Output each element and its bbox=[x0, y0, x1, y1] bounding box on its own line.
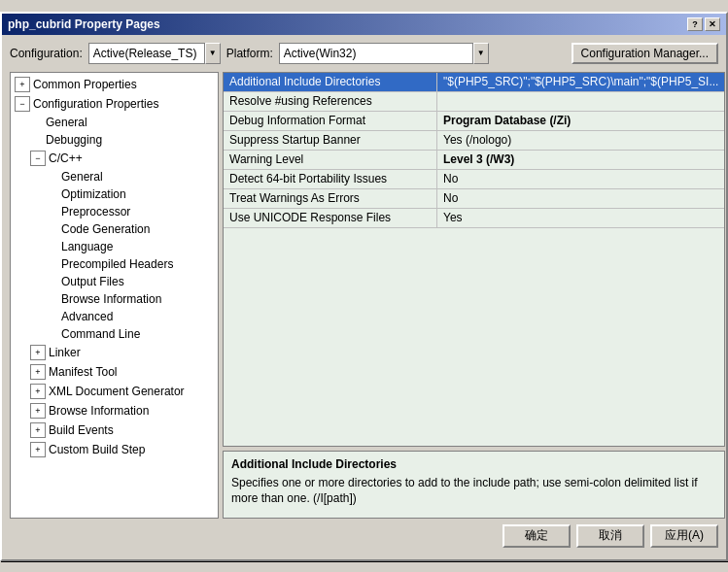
help-button[interactable]: ? bbox=[687, 17, 703, 31]
platform-value: Active(Win32) bbox=[279, 43, 473, 64]
expand-icon-manifest-tool[interactable]: + bbox=[30, 364, 46, 380]
prop-name-7: Use UNICODE Response Files bbox=[224, 209, 437, 227]
prop-row-7[interactable]: Use UNICODE Response Files Yes bbox=[224, 209, 724, 228]
cancel-button[interactable]: 取消 bbox=[576, 524, 644, 548]
tree-item-precomp-headers[interactable]: Precompiled Headers bbox=[11, 255, 218, 273]
config-manager-button[interactable]: Configuration Manager... bbox=[572, 43, 718, 64]
properties-table: Additional Include Directories "$(PHP5_S… bbox=[223, 72, 725, 447]
prop-value-4: Level 3 (/W3) bbox=[437, 151, 724, 169]
configuration-dropdown-arrow[interactable]: ▼ bbox=[205, 43, 221, 64]
configuration-label: Configuration: bbox=[10, 47, 83, 60]
expand-icon-common-props[interactable]: + bbox=[15, 77, 30, 92]
tree-label-precomp-headers: Precompiled Headers bbox=[61, 257, 173, 271]
tree-label-debugging: Debugging bbox=[46, 133, 102, 147]
configuration-value: Active(Release_TS) bbox=[88, 43, 205, 64]
right-panel: Additional Include Directories "$(PHP5_S… bbox=[223, 72, 725, 519]
tree-item-advanced[interactable]: Advanced bbox=[11, 308, 218, 325]
tree-label-preprocessor: Preprocessor bbox=[61, 205, 130, 219]
tree-label-output-files: Output Files bbox=[61, 275, 124, 288]
info-title: Additional Include Directories bbox=[231, 457, 716, 471]
tree-item-manifest-tool[interactable]: + Manifest Tool bbox=[11, 362, 218, 382]
prop-value-6: No bbox=[437, 189, 724, 208]
platform-dropdown-arrow[interactable]: ▼ bbox=[473, 43, 489, 64]
tree-label-config-props: Configuration Properties bbox=[33, 97, 158, 111]
tree-item-linker[interactable]: + Linker bbox=[11, 343, 218, 362]
prop-name-1: Resolve #using References bbox=[224, 92, 437, 111]
title-bar: php_cubrid Property Pages ? ✕ bbox=[2, 14, 726, 35]
prop-value-1 bbox=[437, 92, 724, 111]
tree-item-common-props[interactable]: + Common Properties bbox=[11, 75, 218, 94]
platform-label: Platform: bbox=[226, 47, 273, 60]
prop-name-2: Debug Information Format bbox=[224, 112, 437, 130]
tree-item-custom-build[interactable]: + Custom Build Step bbox=[11, 440, 218, 459]
tree-label-xml-doc-gen: XML Document Generator bbox=[49, 385, 185, 398]
tree-label-browse-info: Browse Information bbox=[49, 404, 149, 418]
tree-label-build-events: Build Events bbox=[49, 423, 114, 437]
prop-row-2[interactable]: Debug Information Format Program Databas… bbox=[224, 112, 724, 131]
tree-item-code-gen[interactable]: Code Generation bbox=[11, 220, 218, 238]
expand-icon-linker[interactable]: + bbox=[30, 345, 46, 360]
tree-item-debugging[interactable]: Debugging bbox=[11, 131, 218, 149]
tree-item-config-props[interactable]: − Configuration Properties bbox=[11, 94, 218, 114]
tree-item-xml-doc-gen[interactable]: + XML Document Generator bbox=[11, 382, 218, 401]
tree-item-general[interactable]: General bbox=[11, 114, 218, 131]
configuration-dropdown[interactable]: Active(Release_TS) ▼ bbox=[88, 43, 221, 64]
prop-row-1[interactable]: Resolve #using References bbox=[224, 92, 724, 112]
expand-icon-xml-doc-gen[interactable]: + bbox=[30, 384, 46, 399]
tree-item-command-line[interactable]: Command Line bbox=[11, 325, 218, 343]
tree-label-cpp: C/C++ bbox=[49, 151, 83, 165]
title-bar-buttons: ? ✕ bbox=[687, 17, 720, 31]
info-panel: Additional Include Directories Specifies… bbox=[223, 451, 725, 519]
prop-name-0: Additional Include Directories bbox=[224, 73, 437, 91]
ok-button[interactable]: 确定 bbox=[503, 524, 571, 548]
expand-icon-build-events[interactable]: + bbox=[30, 422, 46, 438]
expand-icon-custom-build[interactable]: + bbox=[30, 442, 46, 457]
tree-item-language[interactable]: Language bbox=[11, 238, 218, 255]
prop-value-0: "$(PHP5_SRC)";"$(PHP5_SRC)\main";"$(PHP5… bbox=[437, 73, 724, 91]
tree-label-manifest-tool: Manifest Tool bbox=[49, 365, 117, 379]
tree-item-browse-info[interactable]: + Browse Information bbox=[11, 401, 218, 421]
tree-label-common-props: Common Properties bbox=[33, 78, 137, 91]
prop-name-6: Treat Warnings As Errors bbox=[224, 189, 437, 208]
prop-value-7: Yes bbox=[437, 209, 724, 227]
tree-item-build-events[interactable]: + Build Events bbox=[11, 421, 218, 440]
prop-row-4[interactable]: Warning Level Level 3 (/W3) bbox=[224, 151, 724, 170]
tree-item-browse-info-cpp[interactable]: Browse Information bbox=[11, 290, 218, 308]
tree-item-optimization[interactable]: Optimization bbox=[11, 185, 218, 203]
main-area: + Common Properties − Configuration Prop… bbox=[10, 72, 718, 519]
expand-icon-browse-info[interactable]: + bbox=[30, 403, 46, 419]
expand-icon-cpp[interactable]: − bbox=[30, 151, 46, 166]
prop-value-5: No bbox=[437, 170, 724, 188]
window-title: php_cubrid Property Pages bbox=[8, 17, 160, 31]
tree-label-general: General bbox=[46, 116, 87, 129]
prop-row-3[interactable]: Suppress Startup Banner Yes (/nologo) bbox=[224, 131, 724, 151]
tree-label-language: Language bbox=[61, 240, 113, 253]
tree-label-advanced: Advanced bbox=[61, 310, 113, 323]
info-text: Specifies one or more directories to add… bbox=[231, 475, 716, 508]
tree-label-cpp-general: General bbox=[61, 170, 103, 184]
close-button[interactable]: ✕ bbox=[705, 17, 720, 31]
main-window: php_cubrid Property Pages ? ✕ Configurat… bbox=[0, 12, 728, 561]
toolbar-row: Configuration: Active(Release_TS) ▼ Plat… bbox=[10, 43, 718, 64]
tree-item-output-files[interactable]: Output Files bbox=[11, 273, 218, 290]
apply-button[interactable]: 应用(A) bbox=[650, 524, 718, 548]
tree-item-preprocessor[interactable]: Preprocessor bbox=[11, 203, 218, 220]
tree-label-optimization: Optimization bbox=[61, 187, 126, 201]
tree-label-linker: Linker bbox=[49, 346, 81, 359]
prop-value-3: Yes (/nologo) bbox=[437, 131, 724, 150]
platform-dropdown[interactable]: Active(Win32) ▼ bbox=[279, 43, 489, 64]
tree-label-browse-info-cpp: Browse Information bbox=[61, 292, 161, 306]
prop-row-5[interactable]: Detect 64-bit Portability Issues No bbox=[224, 170, 724, 189]
prop-value-2: Program Database (/Zi) bbox=[437, 112, 724, 130]
prop-row-0[interactable]: Additional Include Directories "$(PHP5_S… bbox=[224, 73, 724, 92]
tree-item-cpp[interactable]: − C/C++ bbox=[11, 149, 218, 168]
tree-item-cpp-general[interactable]: General bbox=[11, 168, 218, 185]
tree-panel: + Common Properties − Configuration Prop… bbox=[10, 72, 219, 519]
bottom-buttons: 确定 取消 应用(A) bbox=[10, 524, 718, 552]
prop-name-3: Suppress Startup Banner bbox=[224, 131, 437, 150]
prop-name-4: Warning Level bbox=[224, 151, 437, 169]
tree-label-code-gen: Code Generation bbox=[61, 222, 150, 236]
tree-label-command-line: Command Line bbox=[61, 327, 140, 341]
expand-icon-config-props[interactable]: − bbox=[15, 96, 30, 112]
prop-row-6[interactable]: Treat Warnings As Errors No bbox=[224, 189, 724, 209]
